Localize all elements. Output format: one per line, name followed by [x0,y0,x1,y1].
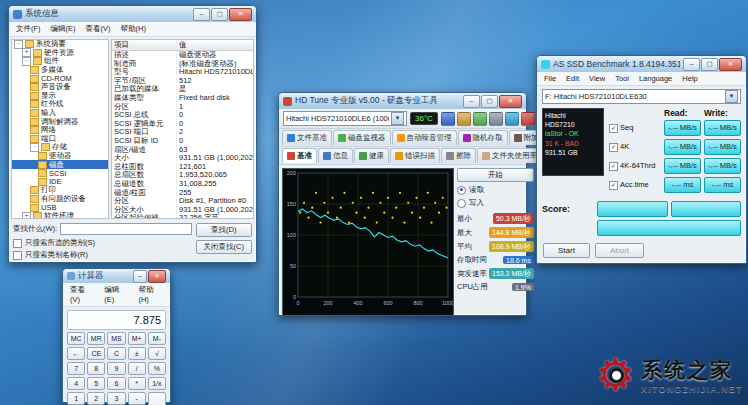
calc-key-1[interactable]: 1 [67,392,85,405]
maximize-button[interactable]: ▢ [701,58,718,71]
calc-key-2[interactable]: 2 [87,392,105,405]
table-row[interactable]: SCSI 逻辑单元0 [112,120,253,129]
sysinfo-menu-item[interactable]: 帮助(H) [116,22,151,36]
calc-key-M+[interactable]: M+ [128,332,146,345]
tree-item[interactable]: 网络 [12,126,108,135]
tree-item[interactable]: 有问题的设备 [12,195,108,204]
calc-key-MC[interactable]: MC [67,332,85,345]
sysinfo-menu-item[interactable]: 查看(V) [81,22,116,36]
asssd-menu-item[interactable]: Help [677,72,702,85]
calc-key-%[interactable]: % [148,362,166,375]
calc-key-←[interactable]: ← [67,347,85,360]
calc-key-3[interactable]: 3 [107,392,125,405]
tree-item[interactable]: 红外线 [12,100,108,109]
tree-item[interactable]: IDE [12,178,108,187]
table-row[interactable]: 媒体类型Fixed hard disk [112,94,253,103]
tree-item[interactable]: 调制解调器 [12,117,108,126]
minimize-button[interactable]: – [133,270,147,283]
drive-select[interactable]: Hitachi HDS721010DLE6 (1000 gB) ▼ [283,111,407,126]
asssd-titlebar[interactable]: AS SSD Benchmark 1.8.4194.35123 – ▢ ✕ [537,56,746,72]
checkbox-icon[interactable]: ✓ [609,181,618,190]
calc-key-CE[interactable]: CE [87,347,105,360]
table-row[interactable]: SCSI 端口2 [112,128,253,137]
tab-随机存取[interactable]: 随机存取 [458,130,508,145]
table-row[interactable]: SCSI 目标 ID0 [112,137,253,146]
calc-key-C[interactable]: C [107,347,125,360]
calc-key-√[interactable]: √ [148,347,166,360]
table-row[interactable]: 总柱面数121,601 [112,163,253,172]
tree-expander-icon[interactable]: - [30,143,39,152]
table-row[interactable]: 分区Disk #1, Partition #0 [112,197,253,206]
calc-key-MR[interactable]: MR [87,332,105,345]
category-tree[interactable]: -系统摘要+硬件资源-组件多媒体CD-ROM声音设备显示红外线输入调制解调器网络… [11,39,109,219]
calc-key-MS[interactable]: MS [107,332,125,345]
maximize-button[interactable]: ▢ [481,95,498,108]
tab-自动噪音管理[interactable]: 自动噪音管理 [392,130,457,145]
close-find-button[interactable]: 关闭查找(C) [196,240,252,254]
abort-button[interactable]: Abort [595,243,644,258]
close-button[interactable]: ✕ [229,8,252,21]
start-button[interactable]: 开始 [457,168,534,182]
maximize-button[interactable]: ▢ [211,8,228,21]
tree-item[interactable]: 多媒体 [12,66,108,75]
table-row[interactable]: 总扇区数1,953,520,065 [112,171,253,180]
sysinfo-menu-item[interactable]: 文件(F) [11,22,46,36]
read-radio[interactable] [457,186,466,195]
tab-信息[interactable]: 信息 [318,148,353,163]
calc-key-5[interactable]: 5 [87,377,105,390]
calculator-titlebar[interactable]: 计算器 – ✕ [63,269,170,283]
sysinfo-titlebar[interactable]: 系统信息 – ▢ ✕ [9,6,256,22]
calc-key--[interactable]: - [128,392,146,405]
help-icon[interactable] [505,112,519,126]
calc-key-=[interactable]: = [148,392,166,405]
close-button[interactable]: ✕ [499,95,522,108]
save-icon[interactable] [441,112,455,126]
close-button[interactable]: ✕ [719,58,742,71]
table-row[interactable]: SCSI 总线0 [112,111,253,120]
calculator-menu-item[interactable]: 帮助(H) [133,283,168,306]
calc-key-M-[interactable]: M- [148,332,166,345]
table-row[interactable]: 制造商(标准磁盘驱动器) [112,60,253,69]
calculator-menu-item[interactable]: 查看(V) [65,283,99,306]
table-row[interactable]: 字节/扇区512 [112,77,253,86]
calc-key-4[interactable]: 4 [67,377,85,390]
table-row[interactable]: 大小931.51 GB (1,000,202,273,280 字节) [112,154,253,163]
asssd-menu-item[interactable]: File [539,72,561,85]
asssd-menu-item[interactable]: Tool [610,72,634,85]
asssd-menu-item[interactable]: Language [634,72,677,85]
tab-磁盘监视器[interactable]: 磁盘监视器 [333,130,391,145]
copy-icon[interactable] [473,112,487,126]
table-row[interactable]: 分区大小931.51 GB (1,000,202,241,024 字节) [112,206,253,215]
table-row[interactable]: 已加载的媒体是 [112,85,253,94]
tab-健康[interactable]: 健康 [354,148,389,163]
checkbox-icon[interactable]: ✓ [609,143,618,152]
hdtune-titlebar[interactable]: HD Tune 专业版 v5.00 - 硬盘专业工具 – ▢ ✕ [279,93,526,109]
search-selected-category-checkbox[interactable] [13,239,22,248]
calc-key-7[interactable]: 7 [67,362,85,375]
close-button[interactable]: ✕ [148,270,166,283]
search-input[interactable] [60,223,191,235]
write-radio[interactable] [457,199,466,208]
asssd-menu-item[interactable]: View [584,72,610,85]
table-row[interactable]: 扇区/磁道63 [112,146,253,155]
checkbox-icon[interactable]: ✓ [609,124,618,133]
table-row[interactable]: 型号Hitachi HDS721010DLE630 [112,68,253,77]
properties-table[interactable]: 项目值描述磁盘驱动器制造商(标准磁盘驱动器)型号Hitachi HDS72101… [111,39,254,219]
tree-item[interactable]: SCSI [12,169,108,178]
calc-key-/[interactable]: / [128,362,146,375]
minimize-button[interactable]: – [193,8,210,21]
calc-key-6[interactable]: 6 [107,377,125,390]
sysinfo-menu-item[interactable]: 编辑(E) [46,22,81,36]
minimize-button[interactable]: – [463,95,480,108]
start-button[interactable]: Start [543,243,590,258]
tree-item[interactable]: 声音设备 [12,83,108,92]
calc-key-8[interactable]: 8 [87,362,105,375]
table-row[interactable]: 总磁道数31,008,255 [112,180,253,189]
settings-icon[interactable] [489,112,503,126]
tree-item[interactable]: +软件环境 [12,212,108,219]
minimize-button[interactable]: – [683,58,700,71]
tree-expander-icon[interactable]: - [22,57,31,66]
tab-擦除[interactable]: 擦除 [441,148,476,163]
table-row[interactable]: 描述磁盘驱动器 [112,51,253,60]
tab-文件夹使用率[interactable]: 文件夹使用率 [477,148,542,163]
